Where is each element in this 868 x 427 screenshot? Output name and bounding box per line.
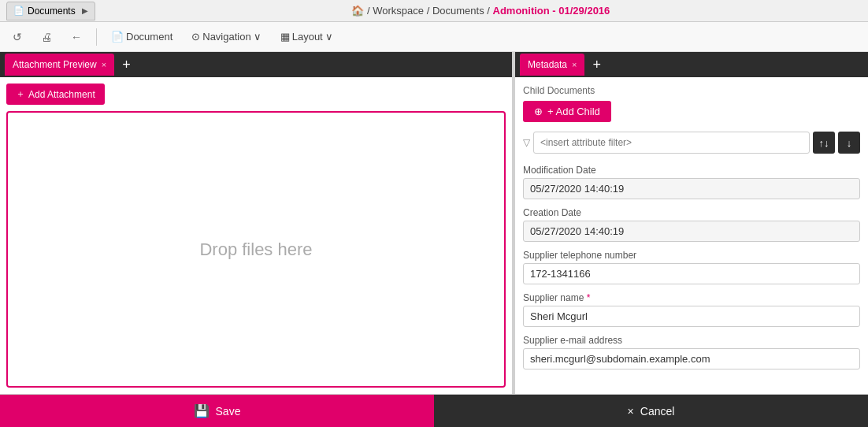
add-child-label: + Add Child xyxy=(547,106,600,117)
breadcrumb-active: Admonition - 01/29/2016 xyxy=(493,5,610,17)
toolbar-separator1 xyxy=(96,28,97,46)
document-label: Document xyxy=(126,31,172,43)
navigation-menu-button[interactable]: ⊙ Navigation ∨ xyxy=(187,28,265,45)
layout-chevron-icon: ∨ xyxy=(325,31,333,43)
fields-container: Modification DateCreation DateSupplier t… xyxy=(523,165,860,369)
print-button[interactable]: 🖨 xyxy=(36,28,57,46)
add-attachment-button[interactable]: ＋ Add Attachment xyxy=(6,84,105,105)
breadcrumb-documents: Documents xyxy=(432,5,484,17)
refresh-icon: ↺ xyxy=(13,31,22,43)
field-input-supplier-email[interactable] xyxy=(523,348,860,369)
metadata-close-icon[interactable]: × xyxy=(572,60,577,69)
documents-tab[interactable]: 📄 Documents ▶ xyxy=(6,2,95,20)
attachment-preview-close-icon[interactable]: × xyxy=(102,60,106,69)
field-group-supplier-email: Supplier e-mail address xyxy=(523,335,860,369)
metadata-tab[interactable]: Metadata × xyxy=(520,54,584,76)
cancel-icon: × xyxy=(628,405,634,418)
attachment-preview-tab[interactable]: Attachment Preview × xyxy=(5,54,114,76)
document-menu-button[interactable]: 📄 Document xyxy=(106,28,177,45)
breadcrumb-separator2: / xyxy=(427,5,432,17)
documents-tab-label: Documents xyxy=(28,6,76,17)
field-group-modification-date: Modification Date xyxy=(523,165,860,199)
bottom-bar-left: 💾 Save xyxy=(0,395,434,427)
field-label-supplier-email: Supplier e-mail address xyxy=(523,335,860,346)
sort-asc-button[interactable]: ↑↓ xyxy=(813,132,835,154)
bottom-bar: 💾 Save × Cancel xyxy=(0,394,868,427)
layout-menu-button[interactable]: ▦ Layout ∨ xyxy=(276,28,338,45)
back-button[interactable]: ← xyxy=(66,28,87,46)
right-panel-add-tab-button[interactable]: + xyxy=(588,58,606,72)
panels-container: Attachment Preview × + ＋ Add Attachment … xyxy=(0,52,868,394)
breadcrumb: 🏠 / Workspace / Documents / Admonition -… xyxy=(100,5,862,17)
layout-label: Layout xyxy=(292,31,323,43)
refresh-button[interactable]: ↺ xyxy=(8,28,27,46)
attachment-preview-tab-label: Attachment Preview xyxy=(13,59,97,70)
add-attachment-icon: ＋ xyxy=(16,87,25,101)
toolbar: ↺ 🖨 ← 📄 Document ⊙ Navigation ∨ ▦ Layout… xyxy=(0,22,868,52)
attachment-preview-content: ＋ Add Attachment Drop files here xyxy=(0,77,512,394)
cancel-button[interactable]: × Cancel xyxy=(434,395,868,427)
cancel-label: Cancel xyxy=(640,405,675,418)
right-panel-tab-bar: Metadata × + xyxy=(515,52,868,77)
document-icon: 📄 xyxy=(111,31,124,43)
breadcrumb-workspace: Workspace xyxy=(373,5,424,17)
add-attachment-label: Add Attachment xyxy=(28,89,95,100)
home-icon: 🏠 xyxy=(351,5,364,17)
field-label-modification-date: Modification Date xyxy=(523,165,860,176)
navigation-chevron-icon: ∨ xyxy=(254,31,262,43)
child-documents-section-label: Child Documents xyxy=(523,85,860,96)
title-bar: 📄 Documents ▶ 🏠 / Workspace / Documents … xyxy=(0,0,868,22)
field-group-creation-date: Creation Date xyxy=(523,207,860,242)
bottom-bar-right: × Cancel xyxy=(434,395,868,427)
sort-desc-icon: ↓ xyxy=(847,137,852,149)
field-input-creation-date xyxy=(523,221,860,242)
filter-row: ▽ ↑↓ ↓ xyxy=(523,132,860,154)
drop-zone-text: Drop files here xyxy=(199,239,312,260)
attribute-filter-input[interactable] xyxy=(533,132,810,154)
tab-arrow-icon: ▶ xyxy=(82,6,88,15)
field-label-creation-date: Creation Date xyxy=(523,207,860,218)
sort-desc-button[interactable]: ↓ xyxy=(838,132,860,154)
layout-icon: ▦ xyxy=(280,31,290,43)
field-input-supplier-phone[interactable] xyxy=(523,263,860,284)
field-input-supplier-name[interactable] xyxy=(523,306,860,327)
add-child-icon: ⊕ xyxy=(534,106,543,117)
document-icon: 📄 xyxy=(13,6,24,16)
navigation-compass-icon: ⊙ xyxy=(191,31,200,43)
left-panel: Attachment Preview × + ＋ Add Attachment … xyxy=(0,52,512,394)
save-button[interactable]: 💾 Save xyxy=(0,395,434,427)
filter-icon: ▽ xyxy=(523,137,530,148)
right-panel: Metadata × + Child Documents ⊕ + Add Chi… xyxy=(515,52,868,394)
metadata-tab-label: Metadata xyxy=(528,59,567,70)
sort-asc-icon: ↑↓ xyxy=(819,137,829,149)
field-label-supplier-name: Supplier name * xyxy=(523,292,860,303)
field-label-supplier-phone: Supplier telephone number xyxy=(523,250,860,261)
navigation-label: Navigation xyxy=(202,31,250,43)
save-label: Save xyxy=(216,405,241,418)
breadcrumb-separator3: / xyxy=(487,5,492,17)
save-icon: 💾 xyxy=(194,403,210,418)
metadata-content: Child Documents ⊕ + Add Child ▽ ↑↓ ↓ Mod… xyxy=(515,77,868,394)
print-icon: 🖨 xyxy=(41,31,52,43)
field-group-supplier-phone: Supplier telephone number xyxy=(523,250,860,284)
back-icon: ← xyxy=(71,31,82,43)
field-group-supplier-name: Supplier name * xyxy=(523,292,860,327)
field-input-modification-date xyxy=(523,178,860,199)
left-panel-tab-bar: Attachment Preview × + xyxy=(0,52,512,77)
add-child-button[interactable]: ⊕ + Add Child xyxy=(523,101,611,122)
drop-zone: Drop files here xyxy=(6,111,506,388)
left-panel-add-tab-button[interactable]: + xyxy=(117,58,135,72)
